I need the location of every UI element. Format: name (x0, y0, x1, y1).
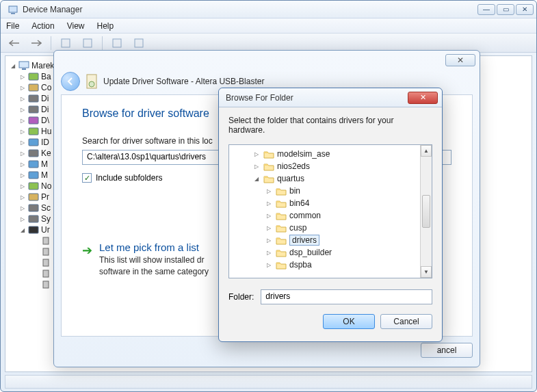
folder-icon (263, 162, 274, 171)
folder-tree-item[interactable]: ▷cusp (231, 222, 419, 234)
menu-action[interactable]: Action (31, 21, 54, 31)
folder-tree-item[interactable]: ▷drivers (231, 234, 419, 246)
bff-folder-input[interactable]: drivers (261, 289, 432, 304)
folder-tree-item[interactable]: ▷common (231, 209, 419, 222)
caret-icon[interactable]: ▷ (265, 237, 273, 244)
menu-help[interactable]: Help (97, 21, 114, 31)
caret-icon[interactable]: ◢ (19, 227, 26, 233)
svg-rect-25 (43, 259, 49, 266)
folder-tree-item[interactable]: ▷bin (231, 185, 419, 197)
device-icon (28, 159, 39, 169)
caret-icon[interactable]: ▷ (252, 151, 261, 157)
caret-icon[interactable]: ▷ (19, 161, 26, 168)
tree-item-label: Co (41, 83, 51, 92)
scroll-down-icon[interactable]: ▼ (421, 266, 432, 278)
tree-item-label: Sc (41, 203, 51, 213)
wiz-title: Update Driver Software - Altera USB-Blas… (103, 77, 264, 86)
folder-tree-item[interactable]: ▷dspba (231, 259, 419, 271)
wiz-titlebar[interactable]: ✕ (54, 51, 480, 70)
device-icon (28, 94, 39, 103)
tree-item-label: Sy (41, 214, 51, 224)
svg-rect-22 (29, 226, 38, 233)
scroll-thumb[interactable] (422, 195, 430, 228)
caret-icon[interactable]: ▷ (265, 213, 273, 219)
folder-icon (276, 187, 287, 196)
wiz-footer: ancel (61, 339, 473, 361)
close-button[interactable]: ✕ (516, 4, 534, 15)
bff-scrollbar[interactable]: ▲ ▼ (420, 145, 432, 278)
svg-rect-10 (29, 95, 38, 102)
dm-titlebar[interactable]: Device Manager — ▭ ✕ (1, 1, 536, 18)
scroll-track[interactable] (421, 157, 432, 266)
menu-view[interactable]: View (67, 21, 85, 31)
caret-icon[interactable]: ▷ (19, 96, 26, 102)
caret-icon[interactable]: ▷ (19, 216, 26, 222)
device-icon (28, 83, 39, 92)
device-icon (28, 72, 39, 81)
toolbar-separator (51, 36, 51, 50)
caret-icon[interactable]: ▷ (19, 183, 26, 190)
bff-close-button[interactable]: ✕ (408, 92, 438, 104)
folder-icon (263, 174, 274, 183)
svg-rect-23 (43, 237, 49, 244)
folder-icon (263, 150, 274, 159)
caret-icon[interactable]: ▷ (19, 172, 26, 179)
caret-icon[interactable]: ▷ (19, 85, 26, 91)
caret-icon[interactable]: ▷ (19, 205, 26, 211)
caret-icon[interactable]: ▷ (265, 188, 273, 194)
caret-icon[interactable]: ▷ (265, 250, 273, 256)
caret-icon[interactable]: ▷ (19, 151, 26, 157)
folder-tree-item[interactable]: ▷dsp_builder (231, 246, 419, 259)
include-subfolders-checkbox[interactable]: ✓ (82, 173, 92, 183)
tb-icon[interactable] (129, 36, 148, 51)
caret-icon[interactable]: ◢ (252, 176, 261, 182)
caret-icon[interactable]: ▷ (19, 140, 26, 146)
caret-icon[interactable]: ▷ (19, 107, 26, 113)
menu-file[interactable]: File (6, 21, 19, 31)
bff-ok-button[interactable]: OK (323, 314, 375, 329)
wiz-close-button[interactable]: ✕ (445, 54, 475, 66)
caret-icon[interactable]: ▷ (265, 225, 273, 231)
svg-rect-11 (29, 106, 38, 113)
svg-rect-19 (29, 194, 38, 200)
dm-menubar: File Action View Help (1, 18, 536, 34)
svg-rect-12 (29, 117, 38, 124)
caret-icon[interactable]: ▷ (19, 194, 26, 200)
folder-tree-item[interactable]: ▷bin64 (231, 197, 419, 209)
tb-icon[interactable] (56, 36, 75, 51)
dm-statusbar (5, 375, 532, 389)
tb-icon[interactable] (78, 36, 97, 51)
folder-tree-item[interactable]: ▷nios2eds (231, 160, 419, 172)
caret-icon[interactable]: ▷ (19, 129, 26, 135)
tree-item-label: Pr (41, 192, 49, 202)
svg-rect-14 (29, 139, 38, 146)
caret-icon[interactable]: ▷ (252, 164, 261, 170)
forward-icon[interactable] (27, 36, 46, 51)
bff-title: Browse For Folder (223, 93, 408, 103)
dm-title: Device Manager (23, 5, 476, 14)
scroll-up-icon[interactable]: ▲ (421, 145, 432, 157)
minimize-button[interactable]: — (477, 4, 495, 15)
svg-rect-4 (113, 39, 121, 47)
tree-item-label: Di (41, 94, 49, 103)
tb-icon[interactable] (107, 36, 127, 51)
caret-open-icon[interactable]: ◢ (10, 63, 16, 69)
bff-folder-tree[interactable]: ▷modelsim_ase▷nios2eds◢quartus▷bin▷bin64… (228, 144, 432, 278)
folder-tree-item[interactable]: ▷modelsim_ase (231, 148, 419, 160)
caret-icon[interactable]: ▷ (265, 200, 273, 207)
caret-icon[interactable]: ▷ (265, 262, 273, 268)
maximize-button[interactable]: ▭ (497, 4, 514, 15)
folder-icon (276, 211, 287, 220)
back-icon[interactable] (5, 36, 24, 51)
caret-icon[interactable]: ▷ (19, 74, 26, 80)
caret-icon[interactable]: ▷ (19, 118, 26, 124)
svg-rect-20 (29, 205, 38, 211)
wiz-back-button[interactable] (61, 72, 80, 91)
bff-cancel-button[interactable]: Cancel (380, 314, 432, 329)
device-icon (28, 181, 39, 191)
usb-icon (40, 236, 51, 246)
bff-titlebar[interactable]: Browse For Folder ✕ (219, 88, 442, 107)
wiz-cancel-button[interactable]: ancel (421, 343, 473, 358)
folder-tree-item[interactable]: ◢quartus (231, 172, 419, 185)
svg-rect-15 (29, 150, 38, 157)
